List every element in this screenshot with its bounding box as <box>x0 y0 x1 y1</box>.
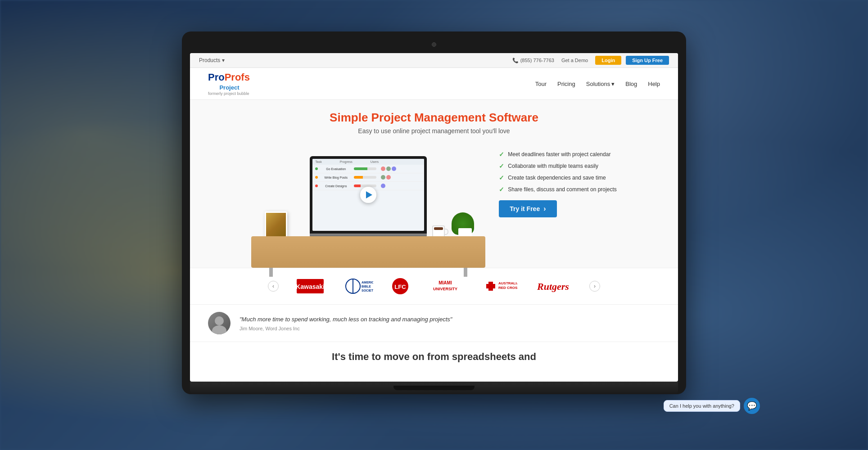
task-name-2: Write Blog Posts <box>322 176 349 179</box>
logo-profs: Profs <box>225 72 250 83</box>
desk <box>251 236 485 268</box>
desk-leg-left <box>269 268 273 277</box>
phone-text: (855) 776-7763 <box>520 58 554 63</box>
phone-number: 📞 (855) 776-7763 <box>512 58 554 63</box>
product-screenshot: Task Progress Users Go Evaluation <box>312 159 424 231</box>
status-dot-orange <box>315 176 318 179</box>
testimonial-section: "Much more time to spend working, much l… <box>190 304 678 342</box>
feature-text-1: Meet deadlines faster with project calen… <box>508 151 610 158</box>
nav-tour[interactable]: Tour <box>535 81 547 87</box>
svg-text:BIBLE: BIBLE <box>362 285 371 288</box>
task-name-3: Create Designs <box>322 184 349 188</box>
chat-bubble: Can I help you with anything? <box>664 400 740 412</box>
hero-subtitle: Easy to use online project management to… <box>208 127 660 135</box>
try-free-button[interactable]: Try it Free › <box>499 200 556 217</box>
bottom-section: It's time to move on from spreadsheets a… <box>190 342 678 372</box>
check-icon: ✓ <box>499 186 504 193</box>
svg-text:SOCIETY: SOCIETY <box>362 289 373 292</box>
feature-item-1: ✓ Meet deadlines faster with project cal… <box>499 151 616 158</box>
logo: ProProfs Project <box>208 72 250 91</box>
avatar <box>381 184 385 188</box>
brand-rutgers: Rutgers <box>535 277 571 295</box>
laptop-bottom-base <box>190 382 678 394</box>
check-icon: ✓ <box>499 174 504 181</box>
check-icon: ✓ <box>499 162 504 170</box>
svg-text:Kawasaki: Kawasaki <box>297 283 324 290</box>
play-button[interactable] <box>360 187 376 203</box>
svg-text:AMERICAN: AMERICAN <box>362 281 373 284</box>
brand-american-bible-society: AMERICAN BIBLE SOCIETY <box>342 277 373 295</box>
nav-pricing[interactable]: Pricing <box>557 81 575 87</box>
status-dot-red <box>315 184 318 187</box>
chat-icon: 💬 <box>747 401 757 411</box>
feature-item-3: ✓ Create task dependencies and save time <box>499 174 616 181</box>
svg-text:UNIVERSITY: UNIVERSITY <box>433 287 457 291</box>
testimonial-quote: "Much more time to spend working, much l… <box>240 315 452 324</box>
task-name-1: Go Evaluation <box>322 167 349 171</box>
task-col-header: Task <box>315 160 321 163</box>
task-avatars-3 <box>381 184 385 188</box>
coffee <box>434 227 443 230</box>
signup-button[interactable]: Sign Up Free <box>626 56 669 65</box>
arrow-icon: › <box>543 205 546 213</box>
top-bar: Products ▾ 📞 (855) 776-7763 Get a Demo L… <box>190 53 678 68</box>
chat-button[interactable]: 💬 <box>744 398 760 414</box>
logo-project: Project <box>219 84 239 91</box>
carousel-next[interactable]: › <box>589 281 600 292</box>
logo-sub: formerly project bubble <box>208 91 249 96</box>
brand-kawasaki: Kawasaki <box>297 277 324 295</box>
demo-button[interactable]: Get a Demo <box>559 57 591 64</box>
users-col-header: Users <box>371 160 379 163</box>
feature-text-4: Share files, discuss and comment on proj… <box>508 186 616 193</box>
avatar <box>386 166 391 171</box>
desk-leg-right <box>464 268 467 277</box>
nav-help[interactable]: Help <box>648 81 660 87</box>
svg-rect-12 <box>486 284 495 288</box>
product-screenshot-laptop: Task Progress Users Go Evaluation <box>310 156 427 241</box>
hero-section: Simple Project Management Software Easy … <box>190 100 678 268</box>
svg-point-17 <box>212 325 226 334</box>
logo-pro: Pro <box>208 72 225 83</box>
nav-bar: ProProfs Project formerly project bubble… <box>190 68 678 100</box>
task-avatars-1 <box>381 166 396 171</box>
progress-bar-1 <box>354 167 376 170</box>
phone-icon: 📞 <box>512 58 519 63</box>
status-dot-green <box>315 167 318 170</box>
desk-legs <box>269 268 467 277</box>
svg-text:LFC: LFC <box>394 284 406 290</box>
logo-area: ProProfs Project formerly project bubble <box>208 72 250 96</box>
laptop-screen: Products ▾ 📞 (855) 776-7763 Get a Demo L… <box>190 53 678 382</box>
main-nav: Tour Pricing Solutions ▾ Blog Help <box>535 80 660 88</box>
features-list: ✓ Meet deadlines faster with project cal… <box>499 142 616 217</box>
nav-blog[interactable]: Blog <box>625 81 637 87</box>
chat-widget: Can I help you with anything? 💬 <box>664 398 760 414</box>
try-free-label: Try it Free <box>510 205 540 212</box>
feature-text-2: Collaborate with multiple teams easily <box>508 163 598 169</box>
avatar <box>381 175 385 180</box>
desk-scene: Task Progress Users Go Evaluation <box>251 142 485 268</box>
chat-bubble-text: Can I help you with anything? <box>669 403 734 409</box>
products-menu[interactable]: Products <box>199 57 220 63</box>
brand-lfc: LFC <box>391 277 409 295</box>
avatar <box>392 166 396 171</box>
dropdown-icon: ▾ <box>222 57 225 63</box>
feature-item-2: ✓ Collaborate with multiple teams easily <box>499 162 616 170</box>
table-row: Write Blog Posts <box>312 173 424 182</box>
avatar <box>381 166 385 171</box>
login-button[interactable]: Login <box>595 56 621 65</box>
task-avatars-2 <box>381 175 391 180</box>
check-icon: ✓ <box>499 151 504 158</box>
svg-text:Rutgers: Rutgers <box>537 281 569 292</box>
bottom-title: It's time to move on from spreadsheets a… <box>208 351 660 363</box>
play-icon <box>366 191 372 198</box>
carousel-prev[interactable]: ‹ <box>268 281 279 292</box>
testimonial-avatar <box>208 312 231 334</box>
svg-text:MIAMI: MIAMI <box>439 280 452 285</box>
solutions-dropdown-icon: ▾ <box>611 81 615 87</box>
laptop-notch <box>393 386 475 390</box>
laptop-camera <box>432 42 436 47</box>
avatar <box>386 175 391 180</box>
brand-miami-university: MIAMI UNIVERSITY <box>427 277 463 295</box>
progress-bar-2 <box>354 176 376 179</box>
nav-solutions[interactable]: Solutions ▾ <box>586 81 615 87</box>
